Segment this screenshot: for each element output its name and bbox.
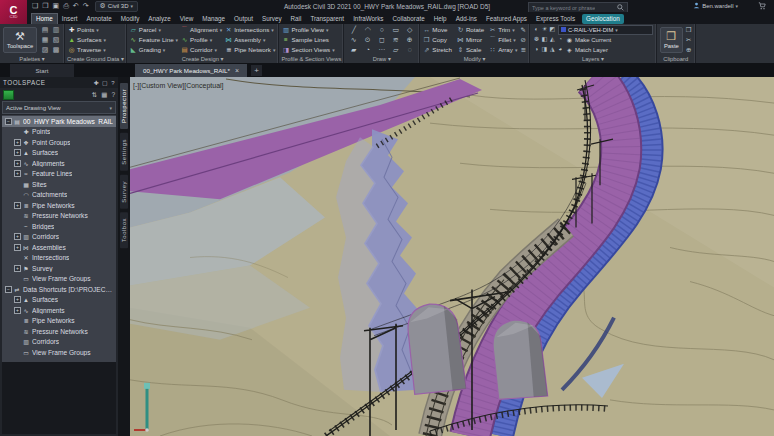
trim-button[interactable]: ✂ Trim ▾ [489,25,517,34]
copy-button[interactable]: ❐ Copy [423,35,454,44]
line-icon[interactable]: ╱ [347,25,360,34]
panel-help-icon[interactable]: ? [111,90,115,100]
layer-freeze-icon[interactable]: ❆ [533,35,540,44]
rectangle-icon[interactable]: ▭ [389,25,402,34]
tree-item-survey[interactable]: + ⚑ Survey [2,263,116,274]
preview-toggle-icon[interactable]: ▦ [101,90,107,100]
alignment-button[interactable]: ⌒ Alignment ▾ [181,25,222,34]
help-icon[interactable]: ? [111,78,115,88]
divide-icon[interactable]: ⋯ [375,45,388,54]
tab-settings[interactable]: Settings [120,133,128,171]
new-icon[interactable]: ❏ [32,1,38,11]
expand-icon[interactable] [14,338,21,345]
layer-on-icon[interactable]: ◐ [533,25,540,34]
ribbon-tab[interactable]: Express Tools [532,14,579,24]
tree-item-ds-corridors[interactable]: ▥ Corridors [2,337,116,348]
expand-icon[interactable] [14,223,21,230]
mirror-button[interactable]: ⋈ Mirror [457,35,486,44]
polyline-icon[interactable]: ∿ [347,35,360,44]
plot-icon[interactable]: ⎙ [63,1,69,11]
tree-item-ds-view-frame-groups[interactable]: ▭ View Frame Groups [2,347,116,358]
panel-label-draw[interactable]: Draw ▾ [344,55,419,63]
tab-start[interactable]: Start [10,64,74,77]
ribbon-tab[interactable]: Home [32,14,57,24]
expand-icon[interactable] [14,254,21,261]
stretch-button[interactable]: ⇗ Stretch [423,45,454,54]
panel-label-palettes[interactable]: Palettes ▾ [0,55,64,63]
grading-button[interactable]: ◣ Grading ▾ [130,45,178,54]
tree-item-assemblies[interactable]: + ⋈ Assemblies [2,242,116,253]
pipe-network-button[interactable]: ≣ Pipe Network ▾ [225,45,275,54]
close-tab-icon[interactable]: × [235,67,239,74]
tree-item-ds-surfaces[interactable]: + ▲ Surfaces [2,295,116,306]
ribbon-tab[interactable]: Add-ins [452,14,481,24]
tab-current-drawing[interactable]: 00_HWY Park Meadows_RAIL* × [135,64,247,77]
points-button[interactable]: ✚ Points ▾ [68,25,106,34]
expand-icon[interactable] [14,128,21,135]
redo-icon[interactable]: ↷ [83,1,89,11]
ribbon-tab[interactable]: Transparent [306,14,348,24]
expand-icon[interactable] [14,349,21,356]
traverse-button[interactable]: ◎ Traverse ▾ [68,45,106,54]
make-current-button[interactable]: ◉ Make Current [566,36,611,43]
expand-icon[interactable] [14,181,21,188]
array-button[interactable]: ∷ Array ▾ [489,45,517,54]
ribbon-tab[interactable]: Manage [198,14,229,24]
parcel-button[interactable]: ▱ Parcel ▾ [130,25,178,34]
item-view-icon[interactable]: ⇅ [92,90,97,100]
expand-icon[interactable]: + [14,149,21,156]
ribbon-tab[interactable]: Modify [117,14,144,24]
tree-item-data-shortcuts[interactable]: − ⇄ Data Shortcuts [D:\PROJECTS\ROAD... [2,284,116,295]
spline-icon[interactable]: ≋ [389,35,402,44]
tree-item-corridors[interactable]: + ▥ Corridors [2,232,116,243]
ribbon-tab[interactable]: Output [230,14,257,24]
survey-palette-icon[interactable]: ▧ [51,35,61,44]
panel-label-modify[interactable]: Modify ▾ [420,55,529,63]
layer-unisolate-icon[interactable]: ◑ [533,45,540,54]
ribbon-tab[interactable]: View [176,14,198,24]
region-icon[interactable]: ▱ [389,45,402,54]
layer-off-icon[interactable]: ◭ [549,35,556,44]
panel-label-create-ground[interactable]: Create Ground Data ▾ [65,55,126,63]
auto-hide-icon[interactable]: ✚ [93,78,99,88]
box-icon[interactable]: ◻ [375,35,388,44]
donut-icon[interactable]: ⊙ [361,35,374,44]
panorama-icon[interactable]: ▥ [51,25,61,34]
tab-prospector[interactable]: Prospector [120,83,128,129]
paste-button[interactable]: ❒ Paste [660,27,683,53]
master-view-toggle[interactable] [3,90,14,100]
rotate-button[interactable]: ↻ Rotate [457,25,486,34]
ribbon-tab[interactable]: Featured Apps [482,14,531,24]
panel-label-layers[interactable]: Layers ▾ [530,55,656,63]
ribbon-tab[interactable]: Analyze [144,14,174,24]
tree-item-view-frame-groups[interactable]: ▭ View Frame Groups [2,274,116,285]
ribbon-tab[interactable]: Survey [258,14,286,24]
expand-icon[interactable] [14,191,21,198]
explode-icon[interactable]: ≌ [520,45,525,54]
view-selector-dropdown[interactable]: Active Drawing View ▾ [2,101,116,114]
search-icon[interactable] [617,4,624,11]
tree-item-points[interactable]: ✚ Points [2,127,116,138]
tree-item-ds-pipe-networks[interactable]: ≣ Pipe Networks [2,316,116,327]
intersections-button[interactable]: ✕ Intersections ▾ [225,25,275,34]
fillet-button[interactable]: ⌒ Fillet ▾ [489,35,517,44]
expand-icon[interactable] [14,212,21,219]
new-drawing-button[interactable]: + [251,65,262,76]
cut-icon[interactable]: ✂ [686,35,692,44]
ribbon-tab[interactable]: Annotate [83,14,116,24]
point-icon[interactable]: ⊕ [403,35,416,44]
edit-icon[interactable]: ✎ [520,25,525,34]
paste-special-icon[interactable]: ⊕ [686,45,692,54]
tool-palettes-icon[interactable]: ▨ [40,45,50,54]
ellipse-icon[interactable]: ◔ [361,45,374,54]
layer-isolate-icon[interactable]: ◧ [541,35,548,44]
surfaces-button[interactable]: ▲ Surfaces ▾ [68,35,106,44]
tree-item-catchments[interactable]: ◠ Catchments [2,190,116,201]
panel-label-create-design[interactable]: Create Design ▾ [127,55,279,63]
arc-icon[interactable]: ◠ [361,25,374,34]
layer-delete-icon[interactable]: ◕ [557,45,564,54]
erase-icon[interactable]: ⊘ [520,35,525,44]
tree-item-sites[interactable]: ▦ Sites [2,179,116,190]
toolspace-button[interactable]: ⚒ Toolspace [3,27,37,53]
tree-item-surfaces[interactable]: + ▲ Surfaces [2,148,116,159]
